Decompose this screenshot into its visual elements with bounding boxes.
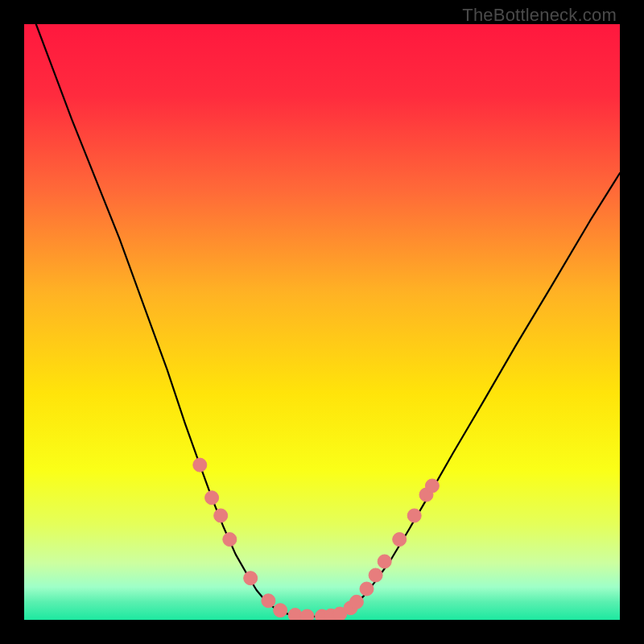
curve-marker (205, 491, 219, 505)
curve-marker (407, 509, 421, 522)
curve-marker (244, 572, 258, 585)
curve-marker (360, 582, 374, 596)
watermark-text: TheBottleneck.com (462, 5, 617, 26)
chart-frame: TheBottleneck.com (0, 0, 644, 644)
curve-marker (274, 604, 287, 617)
curve-marker (288, 609, 302, 620)
curve-marker (193, 458, 207, 472)
curve-marker (378, 555, 391, 568)
curve-marker (393, 533, 407, 547)
curve-layer (24, 24, 620, 620)
curve-marker (262, 594, 275, 608)
curve-marker (349, 595, 363, 609)
curve-marker (223, 533, 237, 547)
curve-markers (193, 458, 440, 620)
curve-marker (300, 609, 314, 620)
curve-marker (369, 568, 382, 582)
bottleneck-curve (36, 24, 620, 617)
curve-marker (214, 509, 228, 522)
plot-area (24, 24, 620, 620)
curve-marker (425, 479, 439, 493)
